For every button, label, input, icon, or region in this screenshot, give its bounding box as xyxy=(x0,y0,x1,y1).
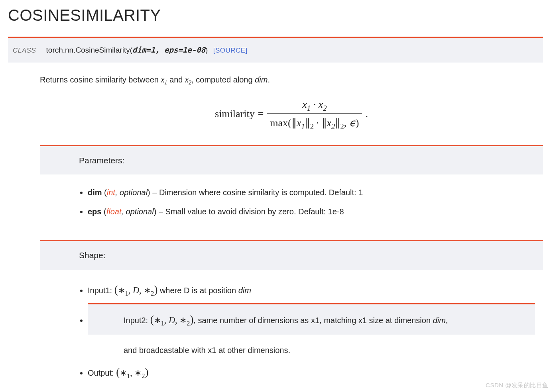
shape-input1: Input1: (∗1, D, ∗2) where D is at positi… xyxy=(88,282,535,298)
source-link[interactable]: [SOURCE] xyxy=(213,47,248,54)
formula-lhs: similarity xyxy=(215,106,255,122)
signature-arg-eps: eps=1e-08 xyxy=(164,45,205,54)
param-eps-desc: Small value to avoid division by zero. D… xyxy=(165,207,344,216)
desc-t1: Returns cosine similarity between xyxy=(40,75,161,84)
formula: similarity = x1 · x2 max(∥x1∥2 · ∥x2∥2, … xyxy=(40,97,543,131)
shape-input2-header: Input2: (∗1, D, ∗2), same number of dime… xyxy=(88,303,535,335)
param-dim-desc: Dimension where cosine similarity is com… xyxy=(159,188,363,197)
param-eps: eps (float, optional) – Small value to a… xyxy=(88,206,535,218)
desc-t4: . xyxy=(268,75,270,84)
desc-t3: , computed along xyxy=(191,75,255,84)
shape-input2-body: and broadcastable with x1 at other dimen… xyxy=(88,335,535,357)
param-dim: dim (int, optional) – Dimension where co… xyxy=(88,186,535,198)
desc-x2: x2 xyxy=(185,75,191,84)
class-signature: CLASS torch.nn.CosineSimilarity(dim=1, e… xyxy=(8,37,543,63)
signature-close: ) xyxy=(205,46,208,54)
signature-sep: , xyxy=(155,45,164,54)
shape-box: Shape: Input1: (∗1, D, ∗2) where D is at… xyxy=(40,240,543,380)
formula-fraction: x1 · x2 max(∥x1∥2 · ∥x2∥2, ϵ) xyxy=(267,97,362,131)
shape-output: Output: (∗1, ∗2) xyxy=(88,364,535,380)
formula-denominator: max(∥x1∥2 · ∥x2∥2, ϵ) xyxy=(267,113,362,131)
signature-arg-dim: dim=1 xyxy=(132,45,155,54)
shape-list: Input1: (∗1, D, ∗2) where D is at positi… xyxy=(79,282,535,380)
shape-label: Shape: xyxy=(40,240,543,270)
desc-x1: x1 xyxy=(161,75,167,84)
desc-t2: and xyxy=(167,75,185,84)
description: Returns cosine similarity between x1 and… xyxy=(40,74,543,86)
page-title: COSINESIMILARITY xyxy=(8,3,543,27)
param-dim-type-link[interactable]: int xyxy=(107,188,115,197)
param-eps-type-link[interactable]: float xyxy=(106,207,122,216)
shape-input2: Input2: (∗1, D, ∗2), same number of dime… xyxy=(88,303,535,357)
desc-dim: dim xyxy=(255,75,268,84)
signature-keyword: CLASS xyxy=(13,47,36,54)
formula-numerator: x1 · x2 xyxy=(299,97,330,113)
param-eps-name: eps xyxy=(88,207,101,216)
parameters-box: Parameters: dim (int, optional) – Dimens… xyxy=(40,145,543,218)
parameters-label: Parameters: xyxy=(40,145,543,175)
param-dim-name: dim xyxy=(88,188,102,197)
formula-period: . xyxy=(365,106,368,122)
formula-eq: = xyxy=(258,106,264,122)
signature-path: torch.nn.CosineSimilarity xyxy=(46,46,130,54)
parameters-list: dim (int, optional) – Dimension where co… xyxy=(79,186,535,218)
